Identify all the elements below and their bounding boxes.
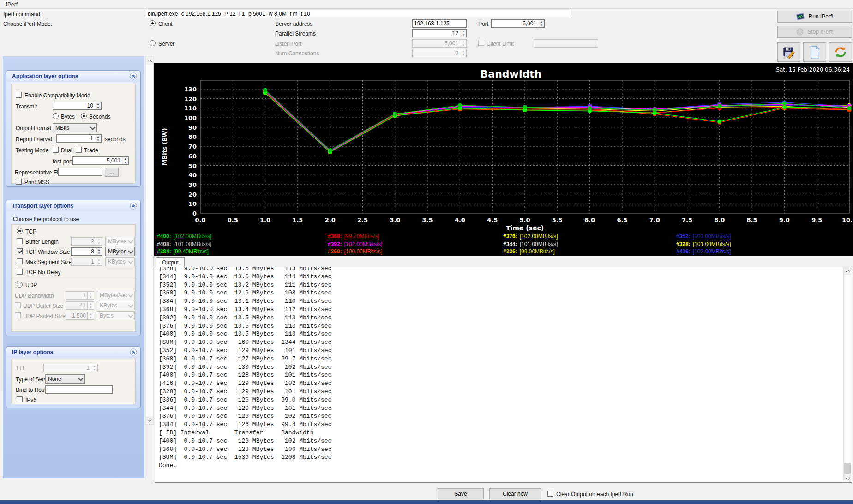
bandwidth-chart: 01020304050607080901001101201300.00.51.0…	[154, 63, 853, 256]
restore-defaults-button[interactable]	[829, 42, 852, 62]
svg-text:0.0: 0.0	[195, 216, 205, 223]
spin-up-icon: ▲	[538, 20, 544, 24]
scroll-up-icon[interactable]	[146, 57, 153, 65]
output-text: [328] 9.0-10.0 sec 13.5 MBytes 113 Mbits…	[155, 267, 852, 470]
tcp-no-delay-label: TCP No Delay	[25, 269, 60, 276]
dual-checkbox[interactable]	[53, 147, 59, 153]
bandwidth-chart-canvas: 01020304050607080901001101201300.00.51.0…	[154, 63, 853, 256]
udp-packet-checkbox	[15, 312, 21, 318]
ip-panel-title: IP layer options	[12, 349, 53, 355]
clear-now-button[interactable]: Clear now	[489, 488, 541, 499]
bytes-radio[interactable]	[53, 113, 59, 119]
max-segment-checkbox[interactable]	[17, 258, 23, 264]
tcp-window-checkbox[interactable]	[17, 248, 23, 254]
splitter-handle[interactable]: ▲▼	[155, 252, 162, 256]
output-console[interactable]: [328] 9.0-10.0 sec 13.5 MBytes 113 Mbits…	[155, 267, 852, 483]
parallel-streams-spinner[interactable]: 12▲▼	[412, 29, 467, 37]
report-interval-spinner[interactable]: 1▲▼	[56, 134, 102, 143]
udp-radio[interactable]	[17, 282, 23, 288]
spin-down-icon: ▼	[95, 106, 101, 109]
spin-down-icon: ▼	[96, 252, 102, 255]
spin-up-icon: ▲	[460, 49, 466, 53]
server-address-label: Server address	[275, 21, 312, 27]
chevron-down-icon	[127, 312, 134, 320]
compat-mode-checkbox[interactable]	[16, 92, 22, 98]
svg-text:3.0: 3.0	[390, 216, 400, 223]
server-address-input[interactable]	[412, 19, 467, 28]
spin-up-icon: ▲	[460, 40, 466, 43]
save-output-button[interactable]: Save	[438, 488, 484, 499]
output-format-label: Output Format	[16, 125, 51, 132]
client-radio[interactable]	[150, 20, 156, 26]
svg-text:8.5: 8.5	[747, 216, 757, 223]
scroll-down-icon[interactable]	[146, 416, 153, 424]
application-layer-panel: Application layer options Enable Compati…	[6, 70, 141, 187]
bytes-radio-label: Bytes	[61, 114, 75, 120]
tcp-window-unit-select[interactable]: MBytes	[105, 247, 135, 256]
browse-button[interactable]: ...	[105, 168, 119, 177]
svg-text:60: 60	[188, 153, 197, 160]
legend-entry: #328:[101.00MBits/s]	[676, 241, 731, 247]
tos-select[interactable]: None	[45, 374, 85, 384]
udp-buffer-checkbox	[15, 302, 21, 308]
spin-down-icon: ▼	[460, 53, 466, 57]
load-file-button[interactable]	[803, 42, 826, 62]
ttl-spinner: 1▲▼	[43, 364, 98, 372]
scroll-down-icon[interactable]	[844, 474, 851, 482]
trade-checkbox[interactable]	[76, 147, 82, 153]
save-config-button[interactable]	[777, 42, 800, 62]
spin-up-icon: ▲	[95, 135, 101, 138]
output-scrollbar[interactable]	[843, 267, 852, 482]
spin-up-icon: ▲	[96, 248, 102, 252]
svg-text:2.0: 2.0	[325, 216, 336, 223]
ipv6-label: IPv6	[25, 397, 36, 403]
chevron-down-icon	[127, 291, 134, 300]
scroll-up-icon[interactable]	[844, 267, 851, 275]
tab-output[interactable]: Output	[156, 257, 185, 267]
stop-icon	[796, 28, 804, 36]
legend-entry: #400:[102.00MBits/s]	[157, 233, 211, 240]
tcp-radio[interactable]	[17, 228, 23, 234]
tcp-window-spinner[interactable]: 8▲▼	[71, 247, 102, 256]
sidebar-scrollbar[interactable]	[145, 56, 154, 425]
spin-up-icon: ▲	[460, 30, 466, 33]
spin-down-icon: ▼	[460, 33, 466, 37]
collapse-icon[interactable]	[130, 202, 137, 210]
svg-text:2.5: 2.5	[357, 216, 368, 223]
tcp-no-delay-checkbox[interactable]	[17, 269, 23, 275]
collapse-icon[interactable]	[130, 72, 137, 80]
bind-host-input[interactable]	[45, 385, 113, 394]
ipv6-checkbox[interactable]	[17, 396, 23, 402]
transmit-spinner[interactable]: 10▲▼	[53, 102, 102, 110]
server-radio[interactable]	[150, 40, 156, 46]
svg-text:120: 120	[184, 96, 197, 102]
port-spinner[interactable]: 5,001▲▼	[491, 19, 545, 28]
scrollbar-thumb[interactable]	[844, 463, 851, 476]
legend-entry: #336:[99.00MBits/s]	[503, 248, 555, 255]
svg-text:1.5: 1.5	[292, 216, 303, 223]
clear-on-run-checkbox[interactable]	[547, 491, 553, 497]
legend-entry: #376:[102.00MBits/s]	[503, 233, 558, 240]
svg-text:110: 110	[184, 105, 197, 112]
num-connections-spinner: 0▲▼	[412, 49, 467, 57]
iperf-command-input[interactable]	[146, 10, 571, 18]
buffer-length-checkbox[interactable]	[17, 238, 23, 244]
seconds-radio[interactable]	[81, 113, 87, 119]
svg-text:7.5: 7.5	[682, 216, 692, 223]
svg-text:9.0: 9.0	[779, 216, 790, 223]
refresh-icon	[834, 46, 847, 58]
run-iperf-button[interactable]: Run IPerf!	[777, 11, 852, 23]
client-limit-checkbox[interactable]	[478, 40, 484, 46]
output-format-select[interactable]: MBits	[53, 123, 97, 132]
num-connections-label: Num Connections	[275, 50, 319, 57]
legend-entry: #344:[101.00MBits/s]	[503, 241, 558, 247]
spin-down-icon: ▼	[95, 138, 101, 142]
chevron-down-icon	[127, 258, 134, 266]
representative-file-input[interactable]	[58, 168, 102, 176]
collapse-icon[interactable]	[130, 348, 137, 356]
listen-port-label: Listen Port	[275, 41, 301, 47]
test-port-spinner[interactable]: 5,001▲▼	[72, 156, 129, 165]
print-mss-checkbox[interactable]	[16, 179, 22, 185]
svg-text:130: 130	[184, 86, 197, 93]
svg-text:7.0: 7.0	[649, 216, 660, 223]
